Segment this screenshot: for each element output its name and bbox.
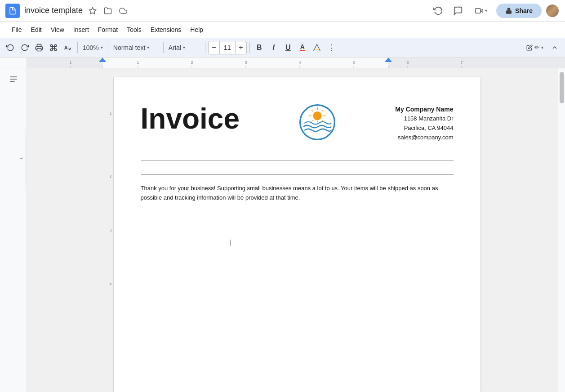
right-scrollbar[interactable] [558,68,565,392]
ruler-left-margin [0,58,27,68]
svg-line-41 [322,110,323,111]
left-ruler-marks: 1 [0,131,28,185]
edit-caret: ▾ [541,45,543,50]
folder-button[interactable] [102,4,114,17]
svg-rect-8 [27,58,102,68]
redo-button[interactable] [18,41,31,54]
app-icon [5,4,20,18]
font-caret-icon: ▾ [183,45,185,50]
menu-view[interactable]: View [46,23,69,36]
italic-button[interactable]: I [267,41,280,54]
title-icons [86,4,129,17]
vertical-ruler: 1 2 3 4 [105,77,114,383]
invoice-header: Invoice [141,104,454,143]
svg-line-43 [322,120,323,121]
edit-mode-button[interactable]: ✏ ▾ [523,41,547,54]
cloud-button[interactable] [117,4,129,17]
menu-format[interactable]: Format [93,23,122,36]
company-logo [299,104,335,140]
svg-text:A: A [64,45,68,50]
company-name[interactable]: My Company Name [395,104,453,114]
divider-1 [77,42,78,53]
highlight-button[interactable] [310,41,324,54]
left-sidebar: 1 [0,68,27,392]
font-size-decrease[interactable]: − [209,41,219,54]
svg-rect-2 [476,8,480,13]
doc-page[interactable]: Invoice [114,77,480,392]
font-select[interactable]: Arial ▾ [166,41,202,54]
font-color-icon: A [300,44,305,51]
italic-icon: I [273,44,275,52]
svg-text:4: 4 [298,60,301,65]
more-icon: ⋮ [327,43,335,53]
menu-file[interactable]: File [7,23,27,36]
menu-tools[interactable]: Tools [122,23,146,36]
menu-help[interactable]: Help [186,23,208,36]
doc-canvas[interactable]: 1 2 3 4 Invoice [27,68,558,392]
separator-line-2 [141,174,454,175]
ruler: 1 1 2 3 4 5 6 7 [27,58,565,68]
more-options-button[interactable]: ⋮ [325,41,338,54]
print-button[interactable] [32,41,46,54]
scroll-thumb[interactable] [560,72,564,103]
company-address1[interactable]: 1158 Manzanita Dr [395,114,453,124]
avatar[interactable] [545,4,560,18]
underline-button[interactable]: U [281,41,295,54]
bold-icon: B [257,44,262,52]
svg-text:2: 2 [191,60,193,65]
zoom-caret-icon: ▾ [101,45,103,50]
share-label: Share [515,7,533,14]
comment-button[interactable] [450,3,466,19]
main-area: 1 1 2 3 4 Invoice [0,68,565,392]
svg-text:1: 1 [69,60,71,65]
thank-you-text[interactable]: Thank you for your business! Supporting … [141,184,454,203]
bold-button[interactable]: B [253,41,266,54]
menu-extensions[interactable]: Extensions [146,23,186,36]
invoice-logo-area [240,104,395,140]
expand-toolbar-button[interactable] [548,41,561,54]
company-email[interactable]: sales@company.com [395,133,453,143]
font-size-increase[interactable]: + [236,41,246,54]
invoice-title-wrapper: Invoice [141,104,240,133]
cursor-area [141,238,454,246]
font-color-button[interactable]: A [296,41,309,54]
style-value: Normal text [113,44,146,51]
outline-button[interactable] [6,72,21,86]
divider-4 [205,42,205,53]
share-button[interactable]: Share [496,4,542,18]
svg-text:5: 5 [352,60,355,65]
avatar-image [546,4,559,17]
menu-insert[interactable]: Insert [69,23,93,36]
svg-point-35 [313,111,322,120]
star-button[interactable] [86,4,99,17]
paintformat-button[interactable] [47,41,60,54]
video-button[interactable]: ▾ [470,4,493,18]
divider-3 [163,42,164,53]
font-size-input[interactable] [219,41,236,54]
divider-2 [108,42,108,53]
divider-5 [249,42,250,53]
svg-rect-3 [506,10,512,13]
svg-rect-10 [388,58,565,68]
separator-line-1 [141,160,454,161]
svg-marker-0 [89,7,96,13]
doc-title[interactable]: invoice template [24,6,83,15]
edit-label: ✏ [534,44,539,51]
style-select[interactable]: Normal text ▾ [111,41,160,54]
svg-text:1: 1 [137,60,139,65]
menu-edit[interactable]: Edit [27,23,46,36]
history-button[interactable] [430,3,446,19]
company-address2[interactable]: Pacifica, CA 94044 [395,124,453,133]
ruler-svg: 1 1 2 3 4 5 6 7 [27,58,565,68]
spellcheck-button[interactable]: A [61,41,75,54]
svg-text:6: 6 [406,60,409,65]
font-value: Arial [169,44,181,51]
svg-rect-4 [37,48,41,51]
svg-marker-1 [480,9,483,13]
toolbar: A 100% ▾ Normal text ▾ Arial ▾ − + B I U… [0,38,565,58]
zoom-select[interactable]: 100% ▾ [80,41,105,54]
invoice-title[interactable]: Invoice [141,104,240,133]
undo-button[interactable] [4,41,17,54]
video-caret-icon: ▾ [485,8,487,13]
ruler-area: 1 1 2 3 4 5 6 7 [0,58,565,68]
